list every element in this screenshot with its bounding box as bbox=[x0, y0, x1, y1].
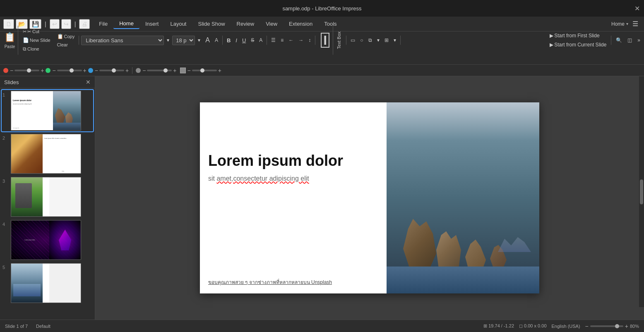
sep-6 bbox=[400, 36, 401, 45]
close-button[interactable]: ✕ bbox=[634, 5, 640, 12]
menu-item-insert[interactable]: Insert bbox=[139, 19, 165, 29]
contrast-dot[interactable] bbox=[136, 68, 141, 73]
redo-icon[interactable]: ↪ bbox=[61, 19, 71, 29]
slider-3-inc[interactable]: + bbox=[125, 67, 129, 74]
zoom-slider-thumb[interactable] bbox=[615, 324, 619, 328]
red-color-dot[interactable] bbox=[3, 68, 8, 73]
decrease-font-size[interactable]: A bbox=[213, 36, 220, 44]
sep-4 bbox=[315, 36, 315, 45]
paste-button[interactable]: 📋 bbox=[4, 32, 15, 43]
slide-item-5[interactable]: 5 Stemque ero nulla magna aliqua erat... bbox=[2, 262, 93, 304]
color-row: − + − + − + − + − + bbox=[0, 65, 644, 76]
menu-item-home[interactable]: Home bbox=[113, 19, 139, 29]
new-slide-button[interactable]: 📄 New Slide bbox=[21, 36, 53, 44]
scrollbar-thumb[interactable] bbox=[640, 179, 643, 204]
zoom-control: − + 80% bbox=[585, 323, 639, 330]
slide-item-4[interactable]: 4 Lorem ipsum dolor... bbox=[2, 219, 93, 261]
slider-5-track[interactable] bbox=[192, 70, 217, 71]
bold-button[interactable]: B bbox=[225, 36, 233, 45]
arrange-dropdown[interactable]: ▾ bbox=[375, 36, 382, 44]
slide-thumb-2: Lorem ipsum dolor sit amet, consectetur.… bbox=[11, 134, 81, 174]
clear-button[interactable]: Clear bbox=[55, 41, 77, 48]
group-button[interactable]: ⊞ bbox=[382, 36, 391, 44]
slide-item-3[interactable]: 3 Praeque ero nulla magna aliqua erat... bbox=[2, 176, 93, 218]
copy-button[interactable]: 📋 Copy bbox=[55, 32, 77, 41]
cut-button[interactable]: ✂ ✂ Cut bbox=[21, 28, 53, 36]
indent-inc-button[interactable]: → bbox=[296, 36, 305, 44]
clone-icon: ⧉ bbox=[23, 46, 26, 52]
slides-panel-close[interactable]: ✕ bbox=[86, 79, 91, 85]
slider-2-inc[interactable]: + bbox=[83, 67, 87, 74]
slide-item-1[interactable]: 1 Lorem ipsum dolor sit amet consectetur… bbox=[2, 90, 93, 131]
start-current-slide-button[interactable]: ▶ Start from Current Slide bbox=[548, 41, 608, 49]
font-size-dropdown-arrow[interactable]: ▾ bbox=[196, 36, 202, 44]
clipboard-buttons: ✂ ✂ Cut 📄 New Slide ⧉ Clone bbox=[19, 28, 54, 53]
water-thumb bbox=[53, 123, 81, 130]
search-button[interactable]: 🔍 bbox=[614, 36, 624, 44]
underline-button[interactable]: U bbox=[240, 36, 248, 45]
increase-font-size[interactable]: A bbox=[203, 35, 212, 45]
photo-credit-prefix: ขอบคุณภาพสวย ๆ จากช่างภาพที่หลากหลายบน bbox=[208, 279, 311, 285]
shadow-button[interactable]: A bbox=[257, 36, 264, 44]
list-bullet-button[interactable]: ☰ bbox=[269, 36, 278, 44]
menu-item-view[interactable]: View bbox=[260, 19, 283, 29]
textbox-icon: I bbox=[321, 33, 329, 48]
menu-item-slideshow[interactable]: Slide Show bbox=[192, 19, 231, 29]
slider-5-inc[interactable]: + bbox=[218, 67, 221, 74]
slider-1-inc[interactable]: + bbox=[41, 67, 44, 74]
slider-4-dec[interactable]: − bbox=[142, 67, 146, 74]
canvas-scrollbar[interactable] bbox=[639, 76, 644, 307]
menu-item-file[interactable]: File bbox=[93, 19, 113, 29]
slide-4-shape bbox=[59, 230, 71, 250]
arrange-button[interactable]: ⧉ bbox=[366, 36, 374, 44]
insert-shape-button[interactable]: ▭ bbox=[348, 36, 357, 44]
slider-4-track[interactable] bbox=[147, 70, 172, 71]
menu-item-layout[interactable]: Layout bbox=[164, 19, 192, 29]
start-first-slide-button[interactable]: ▶ Start from First Slide bbox=[548, 32, 601, 40]
zoom-slider[interactable] bbox=[590, 325, 623, 327]
status-right: ⊞ 19.74 / -1.22 ◻ 0.00 x 0.00 English (U… bbox=[483, 323, 639, 330]
sidebar-toggle-button[interactable]: ◫ bbox=[625, 36, 634, 44]
menu-item-review[interactable]: Review bbox=[231, 19, 260, 29]
slide-item-2[interactable]: 2 Lorem ipsum dolor sit amet, consectetu… bbox=[2, 133, 93, 174]
insert-circle-button[interactable]: ○ bbox=[358, 36, 365, 44]
font-size-select[interactable]: 18 pt bbox=[172, 36, 195, 45]
green-color-dot[interactable] bbox=[46, 68, 50, 73]
slider-3-track[interactable] bbox=[99, 70, 124, 71]
group-dropdown[interactable]: ▾ bbox=[392, 36, 398, 44]
print-icon[interactable]: 🖨 bbox=[79, 19, 90, 29]
hamburger-menu[interactable]: ☰ bbox=[630, 19, 641, 29]
slides-panel-header: Slides ✕ bbox=[0, 76, 95, 88]
italic-button[interactable]: I bbox=[233, 36, 239, 45]
blue-color-dot[interactable] bbox=[88, 68, 93, 73]
subtitle-link: amet,consectetur adipiscing elit bbox=[216, 175, 309, 182]
slider-5-dec[interactable]: − bbox=[187, 67, 191, 74]
strikethrough-button[interactable]: S bbox=[249, 36, 256, 44]
color-box[interactable] bbox=[180, 68, 186, 73]
toolbar: 📋 Paste ✂ ✂ Cut 📄 New Slide ⧉ Clone 📋 Co… bbox=[0, 32, 644, 65]
slider-1-track[interactable] bbox=[14, 70, 39, 71]
slider-4-inc[interactable]: + bbox=[173, 67, 176, 74]
zoom-in-button[interactable]: + bbox=[625, 323, 628, 330]
slider-3: − + bbox=[95, 67, 129, 74]
menu-item-extension[interactable]: Extension bbox=[283, 19, 318, 29]
slider-1-dec[interactable]: − bbox=[10, 67, 13, 74]
sep-2 bbox=[222, 36, 223, 45]
zoom-out-button[interactable]: − bbox=[585, 323, 589, 330]
slider-2-dec[interactable]: − bbox=[52, 67, 55, 74]
sep-5 bbox=[346, 36, 346, 45]
main-slide-canvas[interactable]: Lorem ipsum dolor sit amet,consectetur a… bbox=[200, 102, 539, 293]
status-bar: Slide 1 of 7 Default ⊞ 19.74 / -1.22 ◻ 0… bbox=[0, 320, 644, 332]
font-name-select[interactable]: Liberation Sans bbox=[81, 36, 164, 45]
clone-button[interactable]: ⧉ Clone bbox=[21, 45, 53, 53]
indent-dec-button[interactable]: ← bbox=[286, 36, 296, 44]
slide-info: Slide 1 of 7 bbox=[5, 324, 28, 329]
list-num-button[interactable]: ≡ bbox=[279, 36, 286, 44]
font-dropdown-arrow[interactable]: ▾ bbox=[165, 36, 171, 44]
pres-start-buttons: ▶ Start from First Slide ▶ Start from Cu… bbox=[548, 32, 608, 49]
zoom-level: 80% bbox=[630, 324, 639, 329]
line-spacing-button[interactable]: ↕ bbox=[306, 36, 313, 44]
slider-3-dec[interactable]: − bbox=[95, 67, 98, 74]
slider-2-track[interactable] bbox=[57, 70, 82, 71]
more-button[interactable]: » bbox=[635, 36, 642, 44]
